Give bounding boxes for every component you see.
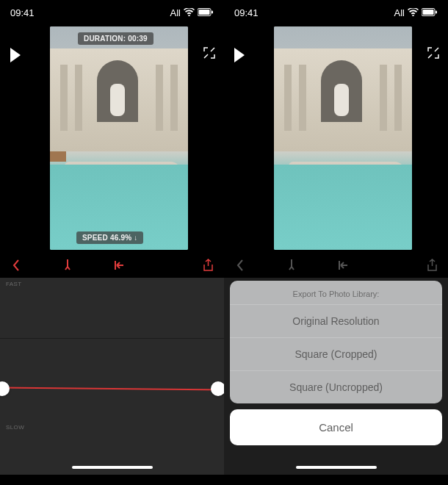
- video-preview-area: DURATION: 00:39 SPEED 46.9% ↓: [0, 26, 224, 253]
- svg-rect-4: [423, 10, 434, 15]
- skip-to-start-icon[interactable]: [112, 258, 126, 273]
- status-time: 09:41: [234, 7, 259, 18]
- expand-icon[interactable]: [203, 47, 215, 62]
- speed-curve[interactable]: [0, 387, 224, 390]
- action-sheet-group: Export To Photo Library: Original Resolu…: [230, 281, 442, 403]
- speed-editor[interactable]: FAST SLOW: [0, 278, 224, 475]
- carrier-label: All: [170, 7, 181, 18]
- svg-rect-1: [199, 10, 210, 15]
- share-button: [424, 258, 439, 273]
- phone-right: 09:41 All: [224, 0, 448, 485]
- battery-icon: [422, 7, 438, 18]
- export-square-cropped[interactable]: Square (Cropped): [230, 337, 442, 370]
- share-button[interactable]: [200, 258, 215, 273]
- speed-badge: SPEED 46.9% ↓: [76, 231, 143, 244]
- status-icons: All: [170, 7, 214, 18]
- battery-icon: [198, 7, 214, 18]
- phone-left: 09:41 All: [0, 0, 224, 485]
- wifi-icon: [408, 7, 419, 18]
- svg-rect-2: [212, 10, 213, 13]
- expand-icon[interactable]: [427, 47, 439, 62]
- editor-toolbar: [0, 253, 224, 278]
- status-bar: 09:41 All: [224, 0, 448, 21]
- slow-label: SLOW: [6, 424, 24, 431]
- handle-start[interactable]: [0, 381, 10, 396]
- play-button[interactable]: [9, 47, 22, 66]
- trim-tool-icon: [284, 258, 299, 273]
- editor-toolbar: [224, 253, 448, 278]
- home-indicator: [296, 466, 377, 469]
- status-bar: 09:41 All: [0, 0, 224, 21]
- handle-end[interactable]: [211, 381, 224, 396]
- export-square-uncropped[interactable]: Square (Uncropped): [230, 370, 442, 403]
- wifi-icon: [184, 7, 195, 18]
- video-thumbnail[interactable]: [274, 26, 412, 250]
- skip-to-start-icon: [336, 258, 350, 273]
- status-time: 09:41: [10, 7, 35, 18]
- play-button[interactable]: [233, 47, 246, 66]
- carrier-label: All: [394, 7, 405, 18]
- home-indicator: [72, 466, 153, 469]
- back-button: [233, 258, 248, 273]
- video-preview-area: [224, 26, 448, 253]
- video-thumbnail[interactable]: DURATION: 00:39 SPEED 46.9% ↓: [50, 26, 188, 250]
- trim-tool-icon[interactable]: [60, 258, 75, 273]
- duration-badge: DURATION: 00:39: [78, 32, 153, 45]
- back-button[interactable]: [9, 258, 24, 273]
- status-icons: All: [394, 7, 438, 18]
- export-action-sheet: Export To Photo Library: Original Resolu…: [230, 281, 442, 445]
- cancel-button[interactable]: Cancel: [230, 409, 442, 445]
- fast-label: FAST: [6, 281, 22, 287]
- export-original-resolution[interactable]: Original Resolution: [230, 304, 442, 337]
- action-sheet-title: Export To Photo Library:: [230, 281, 442, 304]
- svg-rect-5: [436, 10, 437, 13]
